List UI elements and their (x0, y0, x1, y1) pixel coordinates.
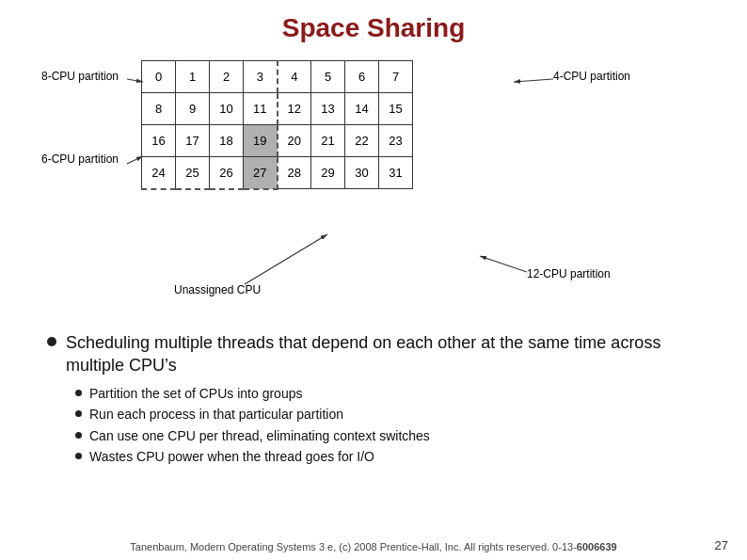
cell-2: 2 (210, 61, 244, 93)
grid-row-3: 24 25 26 27 28 29 30 31 (142, 157, 413, 189)
svg-line-5 (480, 256, 527, 272)
sub-bullet-text-3: Wastes CPU power when the thread goes fo… (89, 448, 374, 467)
slide-title: Space Sharing (28, 9, 719, 43)
cell-11: 11 (244, 93, 278, 125)
svg-line-2 (514, 79, 553, 82)
cell-22: 22 (345, 125, 379, 157)
footer-text: Tanenbaum, Modern Operating Systems 3 e,… (130, 541, 576, 552)
cell-24: 24 (142, 157, 176, 189)
cell-17: 17 (176, 125, 210, 157)
cell-12: 12 (278, 93, 311, 125)
cell-23: 23 (379, 125, 413, 157)
cell-9: 9 (176, 93, 210, 125)
label-12cpu: 12-CPU partition (527, 267, 611, 280)
sub-bullets: Partition the set of CPUs into groups Ru… (47, 385, 719, 467)
cell-7: 7 (379, 61, 413, 93)
cpu-grid: 0 1 2 3 4 5 6 7 8 9 10 11 (141, 60, 413, 190)
sub-bullet-dot-1 (75, 410, 82, 417)
sub-bullet-1: Run each process in that particular part… (75, 406, 719, 424)
sub-bullet-dot-3 (75, 453, 82, 459)
label-6cpu: 6-CPU partition (41, 152, 119, 166)
footer-bold: 6006639 (577, 541, 617, 552)
label-4cpu: 4-CPU partition (553, 70, 630, 83)
content-area: Scheduling multiple threads that depend … (28, 331, 719, 467)
cell-27: 27 (244, 157, 278, 189)
grid-row-0: 0 1 2 3 4 5 6 7 (142, 61, 413, 93)
cell-31: 31 (379, 157, 413, 189)
cell-0: 0 (142, 61, 176, 93)
cell-25: 25 (176, 157, 210, 189)
slide: Space Sharing 8-CPU partition 4-CPU part… (0, 0, 747, 560)
cell-8: 8 (142, 93, 176, 125)
cell-1: 1 (176, 61, 210, 93)
sub-bullet-text-1: Run each process in that particular part… (89, 406, 343, 424)
cell-26: 26 (210, 157, 244, 189)
cell-3: 3 (244, 61, 278, 93)
cell-20: 20 (278, 125, 311, 157)
cell-21: 21 (311, 125, 345, 157)
svg-line-4 (245, 234, 327, 284)
cell-18: 18 (210, 125, 244, 157)
sub-bullet-text-0: Partition the set of CPUs into groups (89, 385, 302, 404)
label-8cpu: 8-CPU partition (41, 70, 119, 83)
footer: Tanenbaum, Modern Operating Systems 3 e,… (0, 541, 747, 552)
cell-29: 29 (311, 157, 345, 189)
main-bullet: Scheduling multiple threads that depend … (47, 331, 719, 377)
label-unassigned: Unassigned CPU (174, 283, 261, 296)
main-bullet-text: Scheduling multiple threads that depend … (66, 331, 719, 377)
diagram-area: 8-CPU partition 4-CPU partition 6-CPU pa… (28, 51, 719, 324)
sub-bullet-dot-2 (75, 432, 82, 439)
cell-4: 4 (278, 61, 311, 93)
cell-15: 15 (379, 93, 413, 125)
page-number: 27 (715, 538, 728, 552)
sub-bullet-0: Partition the set of CPUs into groups (75, 385, 719, 404)
cpu-grid-container: 0 1 2 3 4 5 6 7 8 9 10 11 (141, 60, 413, 190)
sub-bullet-dot-0 (75, 390, 82, 396)
sub-bullet-text-2: Can use one CPU per thread, eliminating … (89, 427, 430, 446)
cell-5: 5 (311, 61, 345, 93)
cell-6: 6 (345, 61, 379, 93)
main-bullet-dot (47, 337, 56, 346)
cell-14: 14 (345, 93, 379, 125)
cell-19: 19 (244, 125, 278, 157)
grid-row-2: 16 17 18 19 20 21 22 23 (142, 125, 413, 157)
sub-bullet-3: Wastes CPU power when the thread goes fo… (75, 448, 719, 467)
cell-28: 28 (278, 157, 311, 189)
cell-13: 13 (311, 93, 345, 125)
cell-30: 30 (345, 157, 379, 189)
grid-row-1: 8 9 10 11 12 13 14 15 (142, 93, 413, 125)
cell-16: 16 (142, 125, 176, 157)
cell-10: 10 (210, 93, 244, 125)
sub-bullet-2: Can use one CPU per thread, eliminating … (75, 427, 719, 446)
